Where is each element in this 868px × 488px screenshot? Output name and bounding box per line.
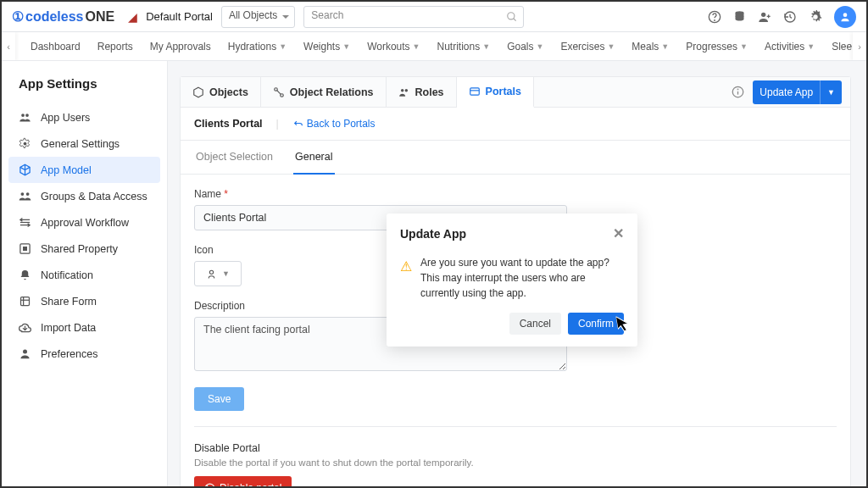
update-app-button[interactable]: Update App bbox=[753, 80, 820, 104]
sidebar-item-share-form[interactable]: Share Form bbox=[2, 288, 167, 314]
help-icon[interactable] bbox=[708, 10, 721, 24]
sidebar-icon bbox=[19, 321, 32, 334]
nav-progresses[interactable]: Progresses▼ bbox=[677, 41, 756, 53]
user-avatar[interactable] bbox=[834, 6, 856, 28]
sidebar-icon bbox=[19, 347, 32, 360]
nav-exercises[interactable]: Exercises▼ bbox=[552, 41, 623, 53]
tab-icon bbox=[398, 86, 410, 98]
search-icon bbox=[506, 11, 518, 23]
history-icon[interactable] bbox=[783, 10, 797, 24]
nav-weights[interactable]: Weights▼ bbox=[295, 41, 359, 53]
sidebar-icon bbox=[19, 242, 32, 255]
portal-icon: ◢ bbox=[128, 10, 137, 24]
nav-bar: ‹ DashboardReportsMy ApprovalsHydrations… bbox=[2, 32, 866, 61]
sidebar-icon bbox=[19, 269, 32, 281]
sidebar-icon bbox=[19, 111, 32, 124]
svg-rect-18 bbox=[23, 247, 27, 251]
svg-point-0 bbox=[508, 12, 515, 19]
info-icon[interactable] bbox=[732, 86, 744, 98]
tab-objects[interactable]: Objects bbox=[181, 77, 261, 107]
svg-rect-19 bbox=[21, 297, 30, 306]
icon-picker[interactable]: ▼ bbox=[194, 261, 242, 286]
sidebar-item-groups-data-access[interactable]: Groups & Data Access bbox=[2, 183, 167, 209]
save-button[interactable]: Save bbox=[194, 387, 244, 411]
top-right-icons bbox=[708, 6, 856, 28]
update-app-dropdown[interactable]: ▼ bbox=[820, 80, 842, 104]
tab-icon bbox=[469, 86, 481, 97]
nav-hydrations[interactable]: Hydrations▼ bbox=[220, 41, 295, 53]
svg-line-35 bbox=[207, 485, 214, 486]
subtab-general[interactable]: General bbox=[293, 141, 334, 175]
sidebar-icon bbox=[19, 137, 32, 150]
object-filter-select[interactable]: All Objects bbox=[221, 6, 295, 28]
svg-point-8 bbox=[843, 13, 848, 17]
svg-rect-28 bbox=[470, 88, 479, 95]
back-to-portals-link[interactable]: Back to Portals bbox=[292, 118, 376, 130]
svg-point-3 bbox=[715, 19, 715, 20]
tab-portals[interactable]: Portals bbox=[457, 77, 534, 108]
nav-workouts[interactable]: Workouts▼ bbox=[359, 41, 428, 53]
sidebar-title: App Settings bbox=[2, 73, 167, 104]
top-bar: ①codelessONE ◢ Default Portal All Object… bbox=[2, 2, 866, 32]
database-icon[interactable] bbox=[733, 10, 746, 23]
nav-activities[interactable]: Activities▼ bbox=[756, 41, 823, 53]
svg-point-13 bbox=[26, 192, 30, 196]
svg-point-12 bbox=[21, 192, 25, 196]
nav-scroll-right[interactable]: › bbox=[853, 32, 866, 61]
svg-point-9 bbox=[21, 114, 25, 117]
sidebar-icon bbox=[19, 295, 32, 308]
model-tabs: ObjectsObject RelationsRolesPortals Upda… bbox=[181, 77, 850, 108]
user-add-icon[interactable] bbox=[758, 10, 771, 24]
modal-close-icon[interactable]: ✕ bbox=[613, 225, 624, 241]
warning-icon: ⚠ bbox=[400, 257, 412, 301]
settings-icon[interactable] bbox=[809, 10, 822, 24]
nav-my-approvals[interactable]: My Approvals bbox=[142, 41, 220, 53]
sidebar-icon bbox=[19, 164, 32, 176]
sidebar-item-import-data[interactable]: Import Data bbox=[2, 314, 167, 341]
svg-point-10 bbox=[25, 114, 29, 117]
portal-name[interactable]: Default Portal bbox=[146, 10, 213, 23]
sidebar-item-app-model[interactable]: App Model bbox=[8, 157, 160, 183]
svg-line-1 bbox=[514, 18, 516, 20]
tab-icon bbox=[192, 86, 204, 98]
nav-scroll-left[interactable]: ‹ bbox=[2, 32, 15, 61]
svg-line-25 bbox=[277, 90, 281, 94]
sidebar-icon bbox=[19, 190, 32, 202]
sidebar: App Settings App UsersGeneral SettingsAp… bbox=[2, 61, 168, 486]
svg-point-26 bbox=[400, 88, 403, 92]
disable-portal-title: Disable Portal bbox=[194, 442, 837, 454]
nav-goals[interactable]: Goals▼ bbox=[498, 41, 552, 53]
sidebar-icon bbox=[19, 216, 32, 229]
sidebar-item-preferences[interactable]: Preferences bbox=[2, 341, 167, 367]
modal-message: Are you sure you want to update the app?… bbox=[420, 255, 624, 301]
svg-point-5 bbox=[761, 12, 765, 16]
name-label: Name * bbox=[194, 188, 837, 200]
logo[interactable]: ①codelessONE bbox=[12, 8, 114, 25]
cancel-button[interactable]: Cancel bbox=[509, 313, 561, 335]
tab-roles[interactable]: Roles bbox=[387, 77, 457, 107]
disable-portal-button[interactable]: Disable portal bbox=[194, 476, 292, 486]
confirm-button[interactable]: Confirm bbox=[568, 313, 624, 335]
search-input[interactable]: Search bbox=[303, 6, 524, 28]
sidebar-item-general-settings[interactable]: General Settings bbox=[2, 130, 167, 157]
tab-object-relations[interactable]: Object Relations bbox=[261, 77, 387, 107]
update-app-modal: Update App ✕ ⚠ Are you sure you want to … bbox=[387, 214, 637, 347]
sidebar-item-shared-property[interactable]: Shared Property bbox=[2, 236, 167, 262]
svg-point-22 bbox=[23, 350, 27, 354]
nav-dashboard[interactable]: Dashboard bbox=[22, 41, 89, 53]
svg-point-32 bbox=[738, 89, 739, 90]
nav-nutritions[interactable]: Nutritions▼ bbox=[429, 41, 499, 53]
breadcrumb-current: Clients Portal bbox=[194, 118, 263, 130]
sidebar-item-notification[interactable]: Notification bbox=[2, 262, 167, 288]
subtab-object-selection[interactable]: Object Selection bbox=[194, 141, 275, 174]
nav-reports[interactable]: Reports bbox=[89, 41, 142, 53]
sidebar-item-app-users[interactable]: App Users bbox=[2, 104, 167, 130]
svg-point-33 bbox=[209, 270, 213, 274]
sidebar-item-approval-workflow[interactable]: Approval Workflow bbox=[2, 209, 167, 236]
nav-meals[interactable]: Meals▼ bbox=[623, 41, 677, 53]
svg-point-27 bbox=[404, 88, 408, 92]
tab-icon bbox=[273, 86, 285, 98]
disable-portal-desc: Disable the portal if you want to shut d… bbox=[194, 458, 837, 468]
modal-title: Update App bbox=[400, 227, 466, 241]
svg-point-11 bbox=[24, 142, 27, 146]
